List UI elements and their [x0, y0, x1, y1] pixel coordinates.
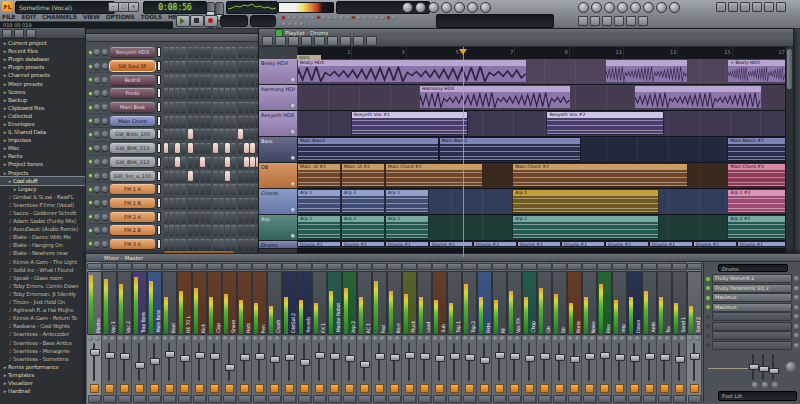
channel-button[interactable]: FM 1 A: [110, 184, 155, 194]
channel-pan-knob[interactable]: [94, 131, 100, 137]
step-cell[interactable]: [250, 184, 255, 194]
playlist-clip[interactable]: Main Bass1: [297, 137, 439, 161]
mixer-strip[interactable]: Top 2: [462, 262, 477, 403]
fx-slot-mix-knob[interactable]: [794, 314, 799, 319]
strip-route-cell[interactable]: [328, 395, 341, 403]
record-led[interactable]: [317, 16, 320, 19]
fx-slot-led[interactable]: [706, 343, 710, 347]
mixer-strip[interactable]: Tex: [657, 262, 672, 403]
browser-item[interactable]: ▸Remix performance: [0, 363, 85, 371]
record-led[interactable]: [352, 16, 355, 19]
playlist-clip[interactable]: Drums #1: [341, 241, 385, 247]
channel-pan-knob[interactable]: [94, 90, 100, 96]
track-header[interactable]: Chords: [259, 189, 297, 215]
fx-enable-button[interactable]: [255, 384, 264, 393]
step-cell[interactable]: [225, 129, 230, 139]
strip-fader[interactable]: [343, 342, 356, 382]
fx-slot[interactable]: Fruity Parametric EQ 2: [706, 284, 799, 294]
step-cell[interactable]: [175, 102, 180, 112]
fx-enable-button[interactable]: [540, 384, 549, 393]
strip-route-cell[interactable]: [283, 395, 296, 403]
strip-pan-knob[interactable]: [673, 336, 678, 341]
mixer-button[interactable]: [617, 2, 628, 13]
step-cell[interactable]: [169, 88, 174, 98]
mixer-strip[interactable]: Pad: [372, 262, 387, 403]
strip-sep-knob[interactable]: [320, 336, 325, 341]
fx-slot-led[interactable]: [706, 296, 710, 300]
step-cell[interactable]: [244, 47, 249, 57]
playlist-clip[interactable]: Drums #1: [737, 241, 786, 247]
strip-sep-knob[interactable]: [170, 336, 175, 341]
browser-item[interactable]: ▸Envelopes: [0, 120, 85, 128]
strip-pan-knob[interactable]: [253, 336, 258, 341]
step-cell[interactable]: [213, 143, 218, 153]
strip-sep-knob[interactable]: [110, 336, 115, 341]
step-cell[interactable]: [219, 184, 224, 194]
playlist-clip[interactable]: Main .id #2: [297, 163, 341, 187]
playlist-track-row[interactable]: Main .id #2Main .id #2Main Chord #2Main …: [297, 163, 786, 189]
step-cell[interactable]: [188, 129, 193, 139]
browser-item[interactable]: ▸Hardtrail: [0, 387, 85, 395]
step-cell[interactable]: [194, 47, 199, 57]
step-cell[interactable]: [213, 88, 218, 98]
channel-activity-led[interactable]: [89, 188, 92, 191]
strip-pan-knob[interactable]: [553, 336, 558, 341]
step-cell[interactable]: [194, 184, 199, 194]
strip-route-cell[interactable]: [553, 395, 566, 403]
strip-fader[interactable]: [613, 342, 626, 382]
fx-enable-button[interactable]: [615, 384, 624, 393]
fader-handle[interactable]: [450, 353, 460, 360]
channel-pan-knob[interactable]: [94, 186, 100, 192]
slice-tool[interactable]: [327, 36, 338, 46]
mixer-strip[interactable]: Master: [87, 262, 102, 403]
step-cell[interactable]: [206, 129, 211, 139]
step-cell[interactable]: [181, 184, 186, 194]
fader-handle[interactable]: [420, 353, 430, 360]
step-cell[interactable]: [206, 239, 211, 249]
step-cell[interactable]: [188, 184, 193, 194]
step-cell[interactable]: [181, 47, 186, 57]
fx-slot[interactable]: [706, 312, 799, 322]
strip-pan-knob[interactable]: [598, 336, 603, 341]
channel-mute-indicator[interactable]: [157, 157, 161, 167]
strip-sep-knob[interactable]: [680, 336, 685, 341]
option-knob[interactable]: [381, 16, 385, 20]
channel-button[interactable]: Reeyeth HDX: [110, 47, 155, 57]
fx-slot-led[interactable]: [706, 277, 710, 281]
fader-handle[interactable]: [495, 352, 505, 359]
step-cell[interactable]: [181, 75, 186, 85]
fx-slot-led[interactable]: [706, 315, 710, 319]
step-cell[interactable]: [200, 198, 205, 208]
strip-fader[interactable]: [418, 342, 431, 382]
browser-item[interactable]: ♪Kinnie A Gare - Return To: [0, 314, 85, 322]
mixer-strip[interactable]: Send 2: [687, 262, 702, 403]
strip-fader[interactable]: [238, 342, 251, 382]
strip-sep-knob[interactable]: [230, 336, 235, 341]
browser-item[interactable]: ▸Impulses: [0, 136, 85, 144]
browser-item[interactable]: ▸Packs: [0, 152, 85, 160]
step-cell[interactable]: [231, 102, 236, 112]
mixer-strip[interactable]: Kick: [192, 262, 207, 403]
browser-item[interactable]: ♪Seamless - Antecoder: [0, 330, 85, 338]
step-cell[interactable]: [231, 225, 236, 235]
step-cell[interactable]: [200, 102, 205, 112]
step-cell[interactable]: [231, 61, 236, 71]
strip-sep-knob[interactable]: [530, 336, 535, 341]
step-cell[interactable]: [238, 75, 243, 85]
strip-route-cell[interactable]: [493, 395, 506, 403]
option-knob[interactable]: [299, 16, 303, 20]
step-cell[interactable]: [206, 75, 211, 85]
playlist-grid[interactable]: Beaty HDX+ Beaty HDXHarmony HDXReeyeth V…: [297, 59, 786, 257]
strip-sep-knob[interactable]: [455, 336, 460, 341]
playlist-clip[interactable]: Drums #2: [473, 241, 517, 247]
fx-enable-button[interactable]: [645, 384, 654, 393]
strip-route-cell[interactable]: [613, 395, 626, 403]
strip-sep-knob[interactable]: [215, 336, 220, 341]
step-cell[interactable]: [250, 157, 255, 167]
track-mute-button[interactable]: [291, 234, 295, 238]
step-cell[interactable]: [181, 239, 186, 249]
fx-enable-button[interactable]: [510, 384, 519, 393]
fx-enable-button[interactable]: [390, 384, 399, 393]
fx-slot[interactable]: [706, 322, 799, 332]
channel-volume-knob[interactable]: [102, 241, 108, 247]
